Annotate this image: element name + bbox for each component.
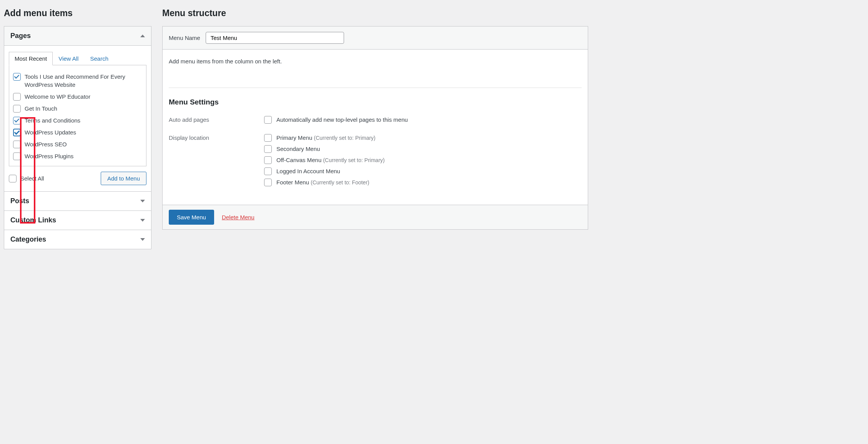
page-checkbox[interactable] (13, 141, 21, 148)
display-location-label: Display location (169, 134, 264, 189)
location-checkbox[interactable] (264, 145, 272, 153)
location-label: Logged In Account Menu (276, 168, 340, 174)
add-menu-items-heading: Add menu items (4, 8, 151, 19)
divider (169, 88, 582, 88)
select-all-checkbox[interactable] (9, 175, 17, 182)
page-checkbox[interactable] (13, 73, 21, 81)
location-note: (Currently set to: Primary) (314, 135, 376, 141)
select-all-row: Select All (9, 174, 44, 182)
auto-add-checkbox[interactable] (264, 116, 272, 124)
chevron-down-icon (140, 200, 145, 202)
page-label: Get In Touch (25, 104, 142, 113)
menu-structure-heading: Menu structure (162, 8, 588, 19)
custom-links-panel-title: Custom Links (10, 216, 56, 224)
page-label: WordPress Updates (25, 128, 142, 136)
location-checkbox[interactable] (264, 179, 272, 186)
location-item: Logged In Account Menu (264, 167, 582, 175)
page-checkbox[interactable] (13, 129, 21, 136)
page-checkbox[interactable] (13, 105, 21, 113)
location-item: Off-Canvas Menu (Currently set to: Prima… (264, 156, 582, 164)
page-checkbox[interactable] (13, 93, 21, 101)
pages-panel-body: Most Recent View All Search Tools I Use … (4, 46, 151, 192)
list-item: Tools I Use and Recommend For Every Word… (13, 71, 142, 91)
delete-menu-link[interactable]: Delete Menu (222, 214, 254, 220)
categories-panel-header[interactable]: Categories (4, 230, 151, 249)
menu-settings-heading: Menu Settings (169, 98, 582, 106)
save-menu-button[interactable]: Save Menu (169, 210, 214, 225)
add-to-menu-button[interactable]: Add to Menu (101, 172, 146, 185)
display-location-row: Display location Primary Menu (Currently… (169, 134, 582, 189)
list-item: WordPress Plugins (13, 150, 142, 162)
location-checkbox[interactable] (264, 134, 272, 142)
page-checkbox[interactable] (13, 117, 21, 124)
location-label: Secondary Menu (276, 146, 320, 152)
tab-most-recent[interactable]: Most Recent (9, 52, 53, 65)
location-item: Secondary Menu (264, 145, 582, 153)
tab-view-all[interactable]: View All (53, 52, 84, 65)
chevron-down-icon (140, 238, 145, 241)
page-label: Terms and Conditions (25, 116, 142, 124)
menu-header: Menu Name (163, 27, 588, 50)
pages-panel-header[interactable]: Pages (4, 27, 151, 46)
page-checkbox[interactable] (13, 152, 21, 160)
list-item: WordPress Updates (13, 126, 142, 138)
list-item: Get In Touch (13, 103, 142, 114)
categories-panel-title: Categories (10, 235, 46, 244)
location-label: Footer Menu (276, 179, 309, 186)
page-label: WordPress SEO (25, 140, 142, 148)
auto-add-label: Auto add pages (169, 116, 264, 127)
auto-add-option-label: Automatically add new top-level pages to… (276, 116, 408, 123)
menu-name-label: Menu Name (169, 35, 200, 41)
menu-body: Add menu items from the column on the le… (163, 50, 588, 205)
list-item: Welcome to WP Educator (13, 91, 142, 103)
chevron-down-icon (140, 219, 145, 222)
select-all-label: Select All (20, 175, 44, 182)
menu-panel: Menu Name Add menu items from the column… (162, 26, 588, 230)
posts-panel-header[interactable]: Posts (4, 192, 151, 211)
instruction-text: Add menu items from the column on the le… (169, 58, 582, 65)
pages-panel-title: Pages (10, 32, 31, 40)
location-item: Footer Menu (Currently set to: Footer) (264, 178, 582, 186)
menu-footer: Save Menu Delete Menu (163, 205, 588, 229)
auto-add-row: Auto add pages Automatically add new top… (169, 116, 582, 127)
pages-tabs: Most Recent View All Search (9, 52, 146, 65)
posts-panel-title: Posts (10, 197, 29, 205)
location-note: (Currently set to: Primary) (323, 157, 384, 163)
location-checkbox[interactable] (264, 167, 272, 175)
page-label: WordPress Plugins (25, 152, 142, 160)
location-note: (Currently set to: Footer) (311, 179, 369, 186)
location-label: Off-Canvas Menu (276, 157, 321, 163)
page-list: Tools I Use and Recommend For Every Word… (9, 65, 146, 166)
accordion-group: Pages Most Recent View All Search Tools … (4, 26, 151, 249)
chevron-up-icon (140, 35, 145, 37)
location-item: Primary Menu (Currently set to: Primary) (264, 134, 582, 142)
custom-links-panel-header[interactable]: Custom Links (4, 211, 151, 230)
page-label: Welcome to WP Educator (25, 93, 142, 101)
list-item: Terms and Conditions (13, 114, 142, 126)
menu-name-input[interactable] (206, 32, 344, 44)
location-label: Primary Menu (276, 134, 312, 141)
location-checkbox[interactable] (264, 156, 272, 164)
page-label: Tools I Use and Recommend For Every Word… (25, 73, 142, 89)
list-item: WordPress SEO (13, 138, 142, 150)
tab-search[interactable]: Search (84, 52, 114, 65)
